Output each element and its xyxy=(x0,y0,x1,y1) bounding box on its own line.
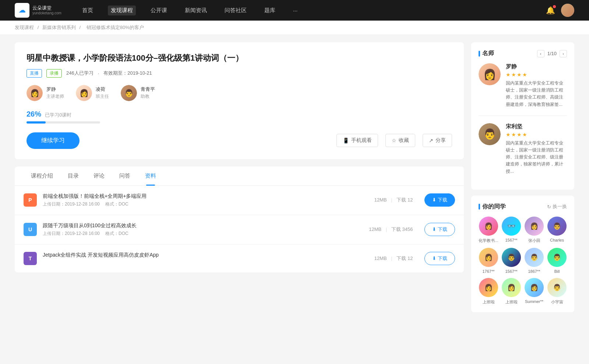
nav-item-open[interactable]: 公开课 xyxy=(148,6,170,15)
classmate-7[interactable]: 👨 1867** xyxy=(524,248,544,274)
mobile-icon: 📱 xyxy=(343,138,349,143)
teacher-divider xyxy=(479,115,567,116)
nav-item-discover[interactable]: 发现课程 xyxy=(108,6,136,15)
classmate-2-name: 1567** xyxy=(505,238,517,242)
continue-button[interactable]: 继续学习 xyxy=(27,132,80,149)
collect-label: 收藏 xyxy=(399,137,409,144)
main-content: 明星中教授课，小学阶段语法100分–强化级第1讲动词（一） 直播 录播 246人… xyxy=(15,42,464,318)
share-button[interactable]: ↗ 分享 xyxy=(423,134,452,147)
classmates-header: 你的同学 ↻ 换一换 xyxy=(479,203,567,211)
classmate-5[interactable]: 👩 1767** xyxy=(479,248,498,274)
student-count: 246人已学习 xyxy=(66,70,94,76)
classmate-11-name: Summer** xyxy=(525,299,543,304)
resource-1-download[interactable]: ⬇ 下载 xyxy=(424,193,455,207)
course-title: 明星中教授课，小学阶段语法100分–强化级第1讲动词（一） xyxy=(27,53,452,64)
progress-header: 26% 已学习0课时 xyxy=(27,110,452,118)
teachers-title: 名师 xyxy=(479,50,494,57)
classmate-8-avatar: 👨 xyxy=(547,248,567,267)
classmate-10[interactable]: 👩 上班啦 xyxy=(501,278,521,305)
classmate-4[interactable]: 👨 Charles xyxy=(547,217,567,243)
resource-1-meta: 上传日期：2019-12-28 16:00 格式：DOC xyxy=(43,201,368,207)
course-card: 明星中教授课，小学阶段语法100分–强化级第1讲动词（一） 直播 录播 246人… xyxy=(15,42,464,159)
classmate-12[interactable]: 👨 小宇宙 xyxy=(547,278,567,305)
tab-comments[interactable]: 评论 xyxy=(86,167,112,185)
resource-3-icon: T xyxy=(24,252,37,265)
teacher-1-avatar: 👩 xyxy=(27,85,43,101)
classmate-3-name: 张小田 xyxy=(528,238,540,243)
progress-section: 26% 已学习0课时 xyxy=(27,110,452,124)
teacher-2: 👩 凌荷 班主任 xyxy=(76,85,109,101)
next-page-button[interactable]: › xyxy=(560,50,567,57)
classmate-6[interactable]: 👨 1567** xyxy=(501,248,521,274)
progress-label: 已学习0课时 xyxy=(45,112,71,118)
refresh-classmates-button[interactable]: ↻ 换一换 xyxy=(547,203,567,210)
logo[interactable]: ☁ 云朵课堂 yundoketang.com xyxy=(15,3,61,18)
teacher-3-role: 助教 xyxy=(141,93,155,100)
classmate-7-avatar: 👨 xyxy=(525,248,544,267)
progress-bar-bg xyxy=(27,121,100,124)
nav-item-home[interactable]: 首页 xyxy=(79,6,96,15)
nav-item-qa[interactable]: 问答社区 xyxy=(222,6,250,15)
classmate-3[interactable]: 👩 张小田 xyxy=(524,217,544,243)
course-actions: 继续学习 📱 手机观看 ☆ 收藏 ↗ 分享 xyxy=(27,132,452,149)
resource-3-name: Jetpack全组件实战 开发短视频应用高仿皮皮虾App xyxy=(43,252,368,258)
classmate-1[interactable]: 👩 化学教书... xyxy=(479,217,498,243)
resource-1-name: 前端全栈加强版！前端全栈+全周期+多端应用 xyxy=(43,193,368,200)
teacher-1: 👩 罗静 主讲老师 xyxy=(27,85,64,101)
classmate-1-name: 化学教书... xyxy=(479,238,498,243)
nav-item-news[interactable]: 新闻资讯 xyxy=(182,6,210,15)
breadcrumb-discover[interactable]: 发现课程 xyxy=(15,25,34,30)
prev-page-button[interactable]: ‹ xyxy=(537,50,544,57)
sidebar: 名师 ‹ 1/10 › 👩 罗静 ★ xyxy=(471,42,574,318)
resource-1-icon: P xyxy=(24,193,37,207)
collect-button[interactable]: ☆ 收藏 xyxy=(385,134,415,147)
classmate-9[interactable]: 👩 上班啦 xyxy=(479,278,498,305)
course-meta: 直播 录播 246人已学习 · 有效期至：2019-10-21 xyxy=(27,69,452,78)
resource-3-stats: 12MB | 下载 12 xyxy=(374,255,413,262)
classmate-4-avatar: 👨 xyxy=(547,217,567,236)
sidebar-teacher-2-stars: ★ ★ ★ ★ xyxy=(506,132,567,138)
classmate-8[interactable]: 👨 Bill xyxy=(547,248,567,274)
refresh-label: 换一换 xyxy=(553,203,567,210)
avatar-image xyxy=(561,4,574,17)
teachers-header: 名师 ‹ 1/10 › xyxy=(479,50,567,57)
sidebar-teacher-1: 👩 罗静 ★ ★ ★ ★ 国内某重点大学安全工程专业硕士，国家一级注册消防工程师… xyxy=(479,63,567,108)
classmate-12-avatar: 👨 xyxy=(547,278,567,297)
nav-item-quiz[interactable]: 题库 xyxy=(261,6,278,15)
classmate-1-avatar: 👩 xyxy=(479,217,498,236)
progress-bar-fill xyxy=(27,121,46,124)
sidebar-teacher-2-avatar: 👨 xyxy=(479,123,501,145)
sidebar-teacher-1-info: 罗静 ★ ★ ★ ★ 国内某重点大学安全工程专业硕士，国家一级注册消防工程师、注… xyxy=(506,63,567,108)
resource-1-stats: 12MB | 下载 12 xyxy=(374,197,413,203)
resource-2-download[interactable]: ⬇ 下载 xyxy=(424,223,455,236)
dot-sep: · xyxy=(98,71,99,76)
mobile-watch-button[interactable]: 📱 手机观看 xyxy=(336,134,378,147)
sidebar-teacher-2-name: 宋利坚 xyxy=(506,123,567,130)
tabs-header: 课程介绍 目录 评论 问答 资料 xyxy=(15,167,464,186)
classmate-7-name: 1867** xyxy=(528,269,540,274)
notification-bell[interactable]: 🔔 xyxy=(546,6,555,15)
nav-item-more[interactable]: ··· xyxy=(290,6,301,15)
navbar: ☁ 云朵课堂 yundoketang.com 首页 发现课程 公开课 新闻资讯 … xyxy=(0,0,589,21)
classmates-card: 你的同学 ↻ 换一换 👩 化学教书... 👓 1567** 👩 xyxy=(471,196,574,312)
teacher-3: 👨 青青平 助教 xyxy=(121,85,155,101)
page-info: 1/10 xyxy=(547,51,557,56)
classmate-9-avatar: 👩 xyxy=(479,278,498,297)
teacher-1-name: 罗静 xyxy=(46,86,64,93)
classmate-3-avatar: 👩 xyxy=(525,217,544,236)
tab-qa[interactable]: 问答 xyxy=(112,167,138,185)
tab-intro[interactable]: 课程介绍 xyxy=(24,167,60,185)
tab-catalog[interactable]: 目录 xyxy=(60,167,86,185)
breadcrumb-series[interactable]: 新媒体营销系列 xyxy=(42,25,76,30)
resource-2-name: 跟随千万级项目从0到100全过程高效成长 xyxy=(43,222,363,229)
tab-resources[interactable]: 资料 xyxy=(138,167,163,185)
classmate-11[interactable]: 👩 Summer** xyxy=(524,278,544,305)
nav-right: 🔔 xyxy=(546,4,574,17)
resource-3-download[interactable]: ⬇ 下载 xyxy=(424,252,455,265)
classmate-10-avatar: 👩 xyxy=(502,278,521,297)
user-avatar[interactable] xyxy=(561,4,574,17)
badge-record: 录播 xyxy=(46,69,62,78)
sidebar-teacher-2-desc: 国内某重点大学安全工程专业硕士，国家一级注册消防工程师、注册安全工程师、级注册建… xyxy=(506,140,567,175)
classmate-2[interactable]: 👓 1567** xyxy=(501,217,521,243)
classmate-2-avatar: 👓 xyxy=(502,217,521,236)
